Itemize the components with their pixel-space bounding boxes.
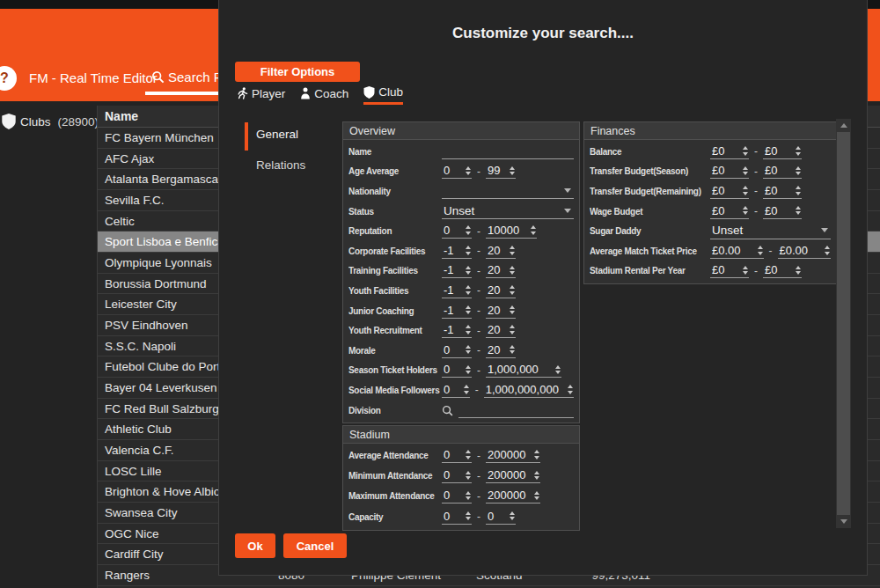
stepper-arrows[interactable]: [510, 285, 515, 295]
min-stepper[interactable]: £0.00: [710, 244, 764, 259]
chevron-up-icon[interactable]: [466, 166, 471, 170]
stepper-arrows[interactable]: [510, 166, 515, 176]
chevron-up-icon[interactable]: [466, 511, 471, 515]
chevron-down-icon[interactable]: [466, 371, 471, 374]
chevron-down-icon[interactable]: [466, 271, 471, 275]
chevron-up-icon[interactable]: [466, 266, 471, 269]
chevron-down-icon[interactable]: [464, 391, 469, 394]
min-stepper[interactable]: 0: [442, 468, 472, 483]
chevron-down-icon[interactable]: [743, 271, 748, 275]
min-stepper[interactable]: -1: [442, 244, 472, 259]
max-stepper[interactable]: 20: [486, 244, 516, 259]
chevron-down-icon[interactable]: [466, 476, 471, 480]
min-stepper[interactable]: 0: [442, 363, 472, 378]
stepper-arrows[interactable]: [510, 246, 515, 255]
chevron-down-icon[interactable]: [510, 331, 515, 334]
chevron-up-icon[interactable]: [534, 491, 539, 495]
chevron-up-icon[interactable]: [568, 385, 573, 388]
chevron-up-icon[interactable]: [464, 385, 469, 388]
stepper-arrows[interactable]: [510, 511, 515, 521]
name-input[interactable]: [442, 144, 574, 159]
chevron-down-icon[interactable]: [568, 391, 573, 394]
chevron-up-icon[interactable]: [825, 246, 830, 249]
chevron-down-icon[interactable]: [510, 517, 515, 520]
max-stepper[interactable]: £0: [763, 263, 802, 278]
chevron-up-icon[interactable]: [510, 285, 515, 289]
min-stepper[interactable]: 0: [442, 224, 472, 239]
chevron-up-icon[interactable]: [758, 246, 763, 249]
status-dropdown[interactable]: Unset: [442, 203, 574, 219]
chevron-up-icon[interactable]: [796, 186, 801, 189]
dialog-scrollbar[interactable]: [836, 119, 851, 528]
chevron-up-icon[interactable]: [466, 305, 471, 309]
stepper-arrows[interactable]: [464, 385, 469, 394]
stepper-arrows[interactable]: [534, 450, 539, 459]
max-stepper[interactable]: £0: [763, 204, 802, 219]
max-stepper[interactable]: £0.00: [778, 244, 832, 259]
chevron-down-icon[interactable]: [466, 350, 471, 354]
chevron-down-icon[interactable]: [466, 517, 471, 520]
chevron-down-icon[interactable]: [534, 496, 539, 500]
chevron-up-icon[interactable]: [466, 325, 471, 328]
max-stepper[interactable]: 99: [486, 164, 516, 179]
stepper-arrows[interactable]: [796, 146, 801, 156]
chevron-up-icon[interactable]: [743, 146, 748, 150]
clubs-category[interactable]: Clubs (28900): [2, 114, 99, 129]
stepper-arrows[interactable]: [534, 471, 539, 481]
chevron-up-icon[interactable]: [510, 246, 515, 249]
chevron-down-icon[interactable]: [743, 152, 748, 156]
max-stepper[interactable]: 200000: [486, 448, 540, 463]
chevron-down-icon[interactable]: [510, 350, 515, 354]
min-stepper[interactable]: 0: [442, 510, 472, 525]
stepper-arrows[interactable]: [743, 146, 748, 156]
chevron-down-icon[interactable]: [534, 476, 539, 480]
chevron-down-icon[interactable]: [796, 271, 801, 275]
chevron-up-icon[interactable]: [466, 246, 471, 249]
chevron-up-icon[interactable]: [796, 206, 801, 209]
chevron-up-icon[interactable]: [466, 285, 471, 289]
stepper-arrows[interactable]: [743, 186, 748, 195]
stepper-arrows[interactable]: [466, 166, 471, 176]
min-stepper[interactable]: £0: [710, 144, 749, 159]
tab-coach[interactable]: Coach: [300, 85, 348, 105]
nav-relations[interactable]: Relations: [256, 158, 305, 172]
division-search-input[interactable]: [458, 403, 574, 418]
scroll-up-arrow-icon[interactable]: [836, 119, 851, 132]
stepper-arrows[interactable]: [466, 471, 471, 481]
chevron-up-icon[interactable]: [743, 166, 748, 170]
chevron-up-icon[interactable]: [743, 206, 748, 209]
min-stepper[interactable]: -1: [442, 323, 472, 338]
max-stepper[interactable]: £0: [763, 144, 802, 159]
chevron-down-icon[interactable]: [466, 232, 471, 235]
stepper-arrows[interactable]: [466, 285, 471, 295]
chevron-down-icon[interactable]: [796, 211, 801, 215]
scrollbar-thumb[interactable]: [837, 132, 850, 515]
max-stepper[interactable]: 200000: [486, 489, 540, 503]
min-stepper[interactable]: £0: [710, 184, 749, 199]
chevron-up-icon[interactable]: [796, 266, 801, 269]
chevron-down-icon[interactable]: [466, 291, 471, 295]
chevron-up-icon[interactable]: [466, 471, 471, 474]
stepper-arrows[interactable]: [758, 246, 763, 255]
filter-options-button[interactable]: Filter Options: [235, 62, 360, 82]
chevron-down-icon[interactable]: [510, 252, 515, 255]
cancel-button[interactable]: Cancel: [283, 533, 347, 558]
chevron-down-icon[interactable]: [510, 291, 515, 295]
min-stepper[interactable]: £0: [710, 263, 749, 278]
stepper-arrows[interactable]: [466, 511, 471, 521]
chevron-down-icon[interactable]: [796, 192, 801, 195]
chevron-down-icon[interactable]: [510, 271, 515, 275]
max-stepper[interactable]: 20: [486, 283, 516, 298]
stepper-arrows[interactable]: [534, 491, 539, 501]
min-stepper[interactable]: 0: [442, 383, 470, 398]
chevron-down-icon[interactable]: [796, 152, 801, 156]
chevron-up-icon[interactable]: [796, 166, 801, 170]
stepper-arrows[interactable]: [796, 206, 801, 216]
stepper-arrows[interactable]: [466, 325, 471, 334]
min-stepper[interactable]: £0: [710, 164, 749, 179]
stepper-arrows[interactable]: [510, 305, 515, 315]
min-stepper[interactable]: 0: [442, 164, 472, 179]
max-stepper[interactable]: £0: [763, 184, 802, 199]
chevron-down-icon[interactable]: [796, 172, 801, 175]
chevron-up-icon[interactable]: [510, 325, 515, 328]
